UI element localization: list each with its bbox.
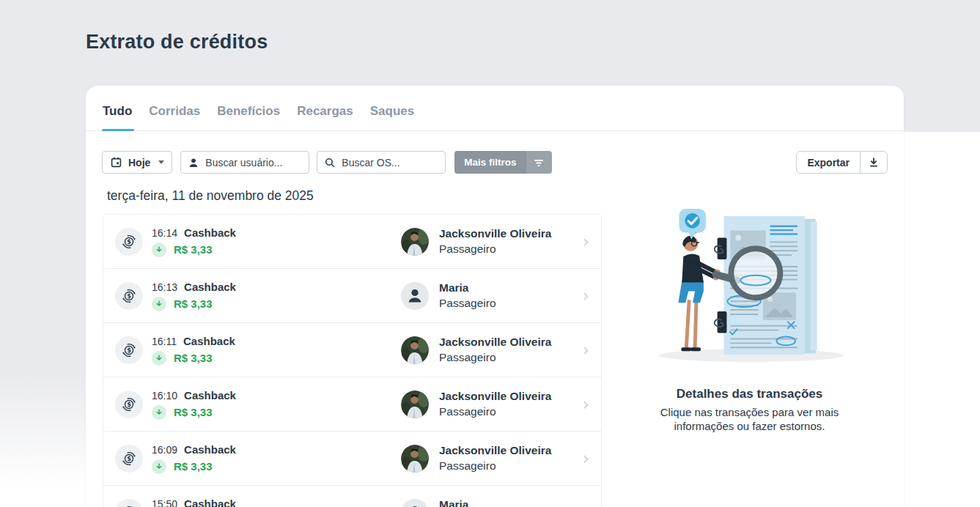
user-name: Jacksonville Oliveira [439, 226, 551, 241]
background-left-strip [0, 132, 86, 487]
tab-corridas[interactable]: Corridas [149, 104, 200, 130]
user-role: Passageiro [439, 404, 551, 419]
user-name: Maria [439, 281, 496, 295]
transactions-column: terça-feira, 11 de novembro de 2025 $ 16… [103, 174, 602, 507]
svg-text:$: $ [127, 237, 131, 245]
svg-text:$: $ [127, 292, 131, 299]
search-os-box [317, 151, 446, 174]
more-filters-label: Mais filtros [454, 151, 526, 174]
search-user-input[interactable] [205, 157, 301, 169]
date-filter-label: Hoje [128, 157, 150, 169]
chevron-right-icon: › [582, 233, 592, 251]
transaction-user: Jacksonville Oliveira Passageiro [401, 226, 551, 256]
credit-arrow-icon [152, 459, 166, 474]
main-content: terça-feira, 11 de novembro de 2025 $ 16… [86, 174, 904, 507]
download-icon [861, 152, 887, 173]
user-name: Maria [439, 497, 496, 507]
transaction-amount: R$ 3,33 [174, 460, 213, 473]
transaction-row[interactable]: $ 16:13 Cashback R$ 3,33 [103, 269, 601, 323]
transaction-type: Cashback [184, 226, 236, 239]
date-filter-button[interactable]: Hoje [102, 151, 172, 174]
transaction-user: Jacksonville Oliveira Passageiro [401, 443, 551, 473]
transaction-type: Cashback [183, 335, 235, 347]
user-role: Passageiro [439, 296, 496, 311]
svg-text:$: $ [127, 454, 131, 462]
transaction-time: 16:14 [152, 227, 177, 239]
search-user-box [180, 151, 309, 174]
user-name: Jacksonville Oliveira [439, 443, 551, 458]
svg-text:$: $ [127, 400, 131, 407]
transaction-user: Jacksonville Oliveira Passageiro [401, 335, 551, 364]
transaction-user: Maria Passageiro [401, 281, 496, 310]
transaction-info: 16:09 Cashback R$ 3,33 [152, 443, 401, 474]
transaction-amount: R$ 3,33 [174, 352, 213, 364]
transaction-info: 16:11 Cashback R$ 3,33 [152, 335, 401, 366]
transaction-amount: R$ 3,33 [174, 243, 213, 256]
user-photo [401, 391, 429, 418]
transaction-time: 16:09 [152, 444, 177, 456]
transaction-type: Cashback [184, 389, 236, 401]
export-button[interactable]: Exportar [796, 151, 888, 174]
transaction-info: 16:13 Cashback R$ 3,33 [152, 281, 401, 311]
page-title: Extrato de créditos [86, 31, 268, 53]
transaction-type: Cashback [184, 443, 236, 456]
cashback-icon: $ [115, 282, 143, 310]
search-os-input[interactable] [342, 157, 438, 169]
tab-tudo[interactable]: Tudo [103, 104, 132, 130]
filter-icon [526, 151, 552, 174]
tab-saques[interactable]: Saques [370, 104, 414, 130]
credit-arrow-icon [152, 405, 166, 420]
avatar [401, 228, 429, 256]
credit-arrow-icon [152, 243, 166, 257]
transaction-time: 16:13 [152, 281, 177, 293]
transaction-row[interactable]: $ 16:10 Cashback R$ 3,33 [103, 377, 601, 432]
details-panel-title: Detalhes das transações [677, 387, 822, 401]
user-photo [401, 445, 429, 473]
transaction-list: $ 16:14 Cashback R$ 3,33 [103, 214, 602, 507]
user-role: Passageiro [439, 459, 551, 473]
transaction-amount: R$ 3,33 [174, 406, 213, 418]
export-label: Exportar [797, 152, 860, 173]
chevron-down-icon [158, 160, 164, 164]
person-icon [188, 158, 199, 168]
more-filters-button[interactable]: Mais filtros [454, 151, 551, 174]
user-role: Passageiro [439, 350, 551, 365]
transaction-amount: R$ 3,33 [174, 297, 213, 310]
details-panel-description: Clique nas transações para ver mais info… [650, 406, 850, 434]
transaction-time: 15:50 [152, 498, 177, 507]
avatar [401, 391, 429, 418]
statement-card: Tudo Corridas Benefícios Recargas Saques… [86, 86, 904, 507]
search-icon [325, 158, 335, 168]
svg-text:$: $ [127, 346, 131, 353]
transaction-row[interactable]: $ 15:50 Cashback R$ 3,33 [103, 486, 601, 507]
tab-beneficios[interactable]: Benefícios [217, 104, 280, 130]
transaction-time: 16:10 [152, 390, 177, 401]
avatar [401, 336, 429, 364]
tab-bar: Tudo Corridas Benefícios Recargas Saques [86, 86, 904, 131]
transaction-row[interactable]: $ 16:11 Cashback R$ 3,33 [103, 323, 601, 377]
credit-arrow-icon [152, 351, 166, 366]
chevron-right-icon: › [582, 396, 592, 413]
transaction-row[interactable]: $ 16:09 Cashback R$ 3,33 [103, 432, 601, 486]
chevron-right-icon: › [582, 341, 592, 359]
user-photo [401, 336, 429, 364]
cashback-icon: $ [115, 336, 143, 364]
cashback-icon: $ [115, 499, 143, 507]
chevron-right-icon: › [582, 287, 592, 305]
transaction-time: 16:11 [152, 336, 177, 347]
credit-arrow-icon [152, 297, 166, 311]
transaction-user: Jacksonville Oliveira Passageiro [401, 389, 551, 418]
transaction-info: 16:10 Cashback R$ 3,33 [152, 389, 401, 420]
avatar [401, 499, 429, 507]
user-placeholder-icon [401, 282, 429, 310]
tab-recargas[interactable]: Recargas [297, 104, 353, 130]
transaction-row[interactable]: $ 16:14 Cashback R$ 3,33 [103, 215, 601, 269]
filter-bar: Hoje Mais filtros Exportar [102, 151, 888, 174]
details-panel: Detalhes das transações Clique nas trans… [602, 174, 887, 507]
chevron-right-icon: › [582, 504, 592, 507]
transaction-user: Maria Passageiro [401, 497, 496, 507]
magnifier-document-illustration [649, 209, 851, 364]
calendar-icon [111, 157, 122, 168]
avatar [401, 282, 429, 310]
user-role: Passageiro [439, 242, 551, 256]
